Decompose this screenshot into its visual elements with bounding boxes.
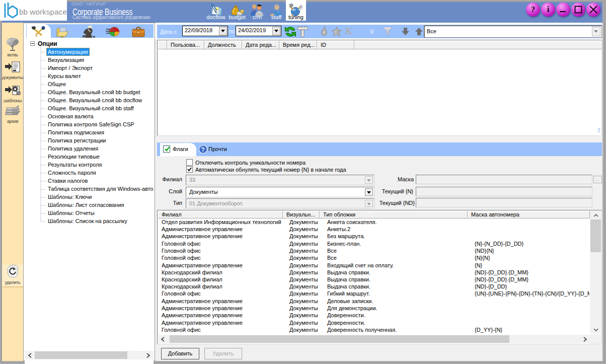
svg-text:?: ? xyxy=(201,146,204,153)
